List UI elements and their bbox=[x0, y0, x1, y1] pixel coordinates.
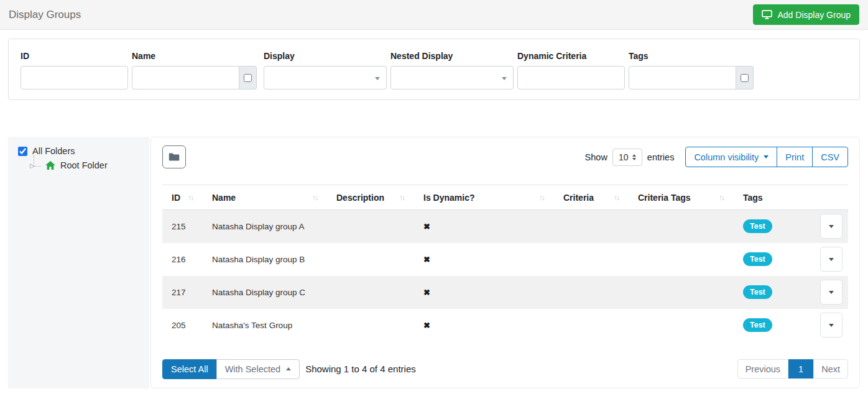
chevron-down-icon bbox=[502, 77, 507, 80]
export-button-group: Column visibility Print CSV bbox=[685, 147, 848, 167]
column-header-criteria_tags[interactable]: Criteria Tags↑↓ bbox=[629, 185, 734, 210]
column-header-description[interactable]: Description↑↓ bbox=[327, 185, 414, 210]
column-label: ID bbox=[172, 193, 180, 203]
x-mark-icon: ✖ bbox=[423, 222, 430, 231]
tag-badge: Test bbox=[743, 252, 772, 266]
filter-nested-display-label: Nested Display bbox=[390, 51, 514, 61]
cell-tags: Test bbox=[734, 309, 812, 342]
column-visibility-label: Column visibility bbox=[694, 152, 759, 162]
showing-entries-text: Showing 1 to 4 of 4 entries bbox=[305, 364, 416, 374]
cell-tags: Test bbox=[734, 243, 812, 276]
pagination-next-button[interactable]: Next bbox=[813, 359, 848, 379]
sort-up-down-icon[interactable]: ↑↓ bbox=[399, 193, 408, 202]
sort-up-down-icon[interactable]: ↑↓ bbox=[539, 193, 548, 202]
column-visibility-button[interactable]: Column visibility bbox=[685, 147, 777, 167]
filter-name: Name bbox=[132, 51, 257, 90]
cell-is-dynamic: ✖ bbox=[414, 309, 554, 342]
chevron-up-icon bbox=[286, 367, 291, 370]
cell-description bbox=[327, 243, 414, 276]
cell-tags: Test bbox=[734, 210, 812, 243]
table-row: 205Natasha's Test Group✖Test bbox=[162, 309, 848, 342]
cell-is-dynamic: ✖ bbox=[414, 243, 554, 276]
table-header-row: ID↑↓Name↑↓Description↑↓Is Dynamic?↑↓Crit… bbox=[162, 185, 848, 210]
table-row: 217Natasha Display group C✖Test bbox=[162, 276, 848, 309]
column-label: Criteria bbox=[563, 193, 594, 203]
filter-display: Display bbox=[264, 51, 387, 90]
show-label: Show bbox=[585, 152, 607, 162]
column-header-tags: Tags bbox=[734, 185, 812, 210]
chevron-down-icon bbox=[829, 225, 834, 228]
display-groups-table: ID↑↓Name↑↓Description↑↓Is Dynamic?↑↓Crit… bbox=[162, 185, 848, 342]
root-folder-item[interactable]: ▷ Root Folder bbox=[30, 160, 139, 170]
chevron-down-icon bbox=[829, 324, 834, 327]
x-mark-icon: ✖ bbox=[423, 321, 430, 330]
column-label: Tags bbox=[743, 193, 763, 203]
filter-tags-exact-addon bbox=[736, 66, 754, 90]
card-toolbar: Show 10 entries Column visibility Print bbox=[162, 145, 848, 168]
cell-criteria bbox=[554, 276, 629, 309]
filter-id-input[interactable] bbox=[21, 66, 128, 90]
sort-up-down-icon[interactable]: ↑↓ bbox=[719, 193, 727, 202]
print-label: Print bbox=[785, 152, 804, 162]
toggle-folder-tree-button[interactable] bbox=[162, 145, 186, 168]
column-header-criteria[interactable]: Criteria↑↓ bbox=[554, 185, 629, 210]
row-actions-dropdown-button[interactable] bbox=[820, 247, 843, 272]
column-header-id[interactable]: ID↑↓ bbox=[162, 185, 203, 210]
tag-badge: Test bbox=[743, 285, 772, 299]
cell-description bbox=[327, 276, 414, 309]
filter-dynamic-criteria-label: Dynamic Criteria bbox=[517, 51, 625, 61]
cell-criteria bbox=[554, 309, 629, 342]
with-selected-dropup-button[interactable]: With Selected bbox=[216, 359, 300, 379]
column-label: Name bbox=[212, 193, 236, 203]
filter-name-exact-addon bbox=[239, 66, 257, 90]
column-header-actions bbox=[812, 185, 848, 210]
filter-bar: ID Name Display Nested Display Dynamic C… bbox=[8, 39, 860, 100]
filter-nested-display-select[interactable] bbox=[390, 66, 514, 90]
cell-id: 215 bbox=[162, 210, 203, 243]
x-mark-icon: ✖ bbox=[423, 288, 430, 297]
spinner-icon bbox=[632, 154, 636, 160]
filter-dynamic-criteria-input[interactable] bbox=[517, 66, 625, 90]
print-button[interactable]: Print bbox=[777, 147, 813, 167]
row-actions-dropdown-button[interactable] bbox=[820, 214, 843, 239]
cell-criteria-tags bbox=[629, 243, 734, 276]
csv-label: CSV bbox=[821, 152, 839, 162]
cell-criteria-tags bbox=[629, 210, 734, 243]
all-folders-checkbox[interactable] bbox=[18, 147, 27, 156]
column-header-is_dynamic[interactable]: Is Dynamic?↑↓ bbox=[414, 185, 554, 210]
root-folder-label: Root Folder bbox=[60, 160, 108, 170]
sort-up-down-icon[interactable]: ↑↓ bbox=[312, 193, 321, 202]
filter-tags-input[interactable] bbox=[629, 66, 736, 90]
chevron-down-icon bbox=[829, 258, 834, 261]
folder-tree-panel: All Folders ▷ Root Folder bbox=[8, 137, 149, 388]
chevron-down-icon bbox=[375, 77, 380, 80]
table-row: 215Natasha Display group A✖Test bbox=[162, 210, 848, 243]
all-folders-item[interactable]: All Folders bbox=[18, 146, 139, 156]
select-all-button[interactable]: Select All bbox=[162, 359, 217, 379]
row-actions-dropdown-button[interactable] bbox=[820, 280, 843, 305]
column-header-name[interactable]: Name↑↓ bbox=[203, 185, 327, 210]
table-body: 215Natasha Display group A✖Test216Natash… bbox=[162, 210, 848, 342]
add-display-group-button[interactable]: Add Display Group bbox=[753, 4, 859, 25]
table-header: ID↑↓Name↑↓Description↑↓Is Dynamic?↑↓Crit… bbox=[162, 185, 848, 210]
filter-tags-exact-checkbox[interactable] bbox=[741, 74, 749, 82]
chevron-down-icon bbox=[764, 155, 769, 158]
row-actions-dropdown-button[interactable] bbox=[820, 313, 843, 337]
filter-name-exact-checkbox[interactable] bbox=[244, 74, 252, 82]
filter-id-label: ID bbox=[21, 51, 128, 61]
filter-display-label: Display bbox=[264, 51, 387, 61]
tag-badge: Test bbox=[743, 219, 772, 233]
top-bar: Display Groups Add Display Group bbox=[0, 0, 868, 30]
tree-expand-icon[interactable]: ▷ bbox=[30, 162, 35, 169]
monitor-icon bbox=[762, 10, 772, 19]
sort-up-down-icon[interactable]: ↑↓ bbox=[188, 193, 196, 202]
filter-tags-label: Tags bbox=[629, 51, 754, 61]
filter-name-input[interactable] bbox=[132, 66, 239, 90]
page-length-select[interactable]: 10 bbox=[612, 149, 642, 166]
filter-display-select[interactable] bbox=[264, 66, 387, 90]
sort-up-down-icon[interactable]: ↑↓ bbox=[614, 193, 622, 202]
table-controls: Show 10 entries Column visibility Print bbox=[585, 147, 848, 167]
pagination-previous-button[interactable]: Previous bbox=[737, 359, 788, 379]
csv-button[interactable]: CSV bbox=[812, 147, 848, 167]
pagination-page-button[interactable]: 1 bbox=[788, 359, 813, 379]
